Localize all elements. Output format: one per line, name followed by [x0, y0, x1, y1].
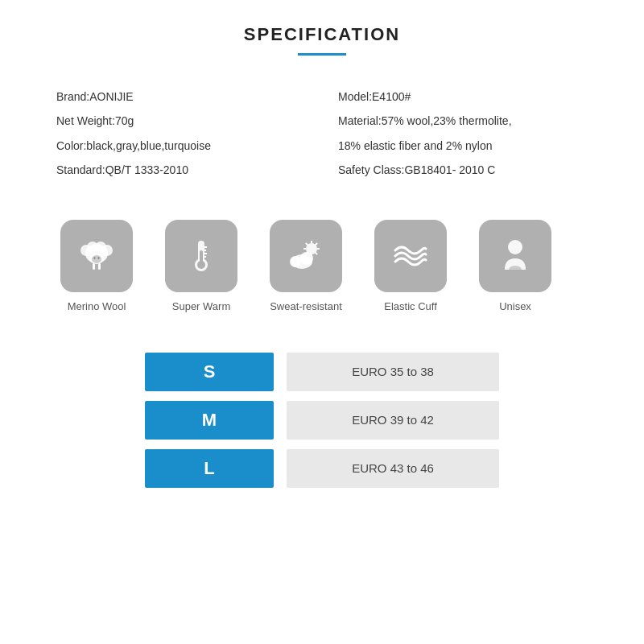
size-l-range: EURO 43 to 46 [287, 449, 499, 488]
svg-point-6 [92, 255, 101, 263]
size-m-button[interactable]: M [145, 401, 274, 440]
size-m-range: EURO 39 to 42 [287, 401, 499, 440]
feature-merino-wool-label: Merino Wool [68, 300, 126, 312]
svg-point-29 [290, 256, 301, 267]
svg-point-32 [509, 266, 522, 274]
spec-material2: 18% elastic fiber and 2% nylon [338, 137, 588, 155]
size-s-range: EURO 35 to 38 [287, 353, 499, 391]
svg-point-8 [98, 257, 100, 258]
size-row-s: S EURO 35 to 38 [145, 353, 499, 391]
feature-merino-wool: Merino Wool [56, 220, 137, 312]
feature-unisex: Unisex [475, 220, 555, 312]
feature-super-warm-label: Super Warm [172, 300, 230, 312]
spec-weight: Net Weight:70g [56, 112, 306, 130]
title-underline [298, 53, 346, 56]
svg-line-24 [306, 243, 308, 245]
feature-elastic-cuff-label: Elastic Cuff [384, 300, 437, 312]
svg-line-27 [316, 243, 317, 245]
svg-point-4 [95, 242, 106, 253]
size-l-button[interactable]: L [145, 449, 274, 488]
svg-line-25 [316, 252, 317, 254]
svg-point-30 [300, 252, 313, 265]
svg-rect-10 [98, 263, 101, 270]
sheep-icon [60, 220, 133, 292]
elastic-icon [374, 220, 447, 292]
svg-point-14 [197, 261, 205, 269]
size-row-m: M EURO 39 to 42 [145, 401, 499, 440]
size-row-l: L EURO 43 to 46 [145, 449, 499, 488]
feature-sweat-resistant: Sweat-resistant [266, 220, 346, 312]
svg-point-7 [94, 257, 96, 258]
spec-material: Material:57% wool,23% thermolite, [338, 112, 588, 130]
spec-safety: Safety Class:GB18401- 2010 C [338, 161, 588, 179]
feature-sweat-resistant-label: Sweat-resistant [270, 300, 342, 312]
page-title: SPECIFICATION [48, 24, 596, 45]
size-section: S EURO 35 to 38 M EURO 39 to 42 L EURO 4… [48, 353, 596, 488]
spec-brand: Brand:AONIJIE [56, 88, 306, 105]
spec-color: Color:black,gray,blue,turquoise [56, 137, 306, 155]
feature-super-warm: Super Warm [161, 220, 242, 312]
feature-unisex-label: Unisex [499, 300, 531, 312]
svg-rect-9 [93, 263, 95, 270]
size-s-button[interactable]: S [145, 353, 274, 391]
feature-elastic-cuff: Elastic Cuff [370, 220, 451, 312]
thermometer-icon [165, 220, 237, 292]
spec-standard: Standard:QB/T 1333-2010 [56, 161, 306, 179]
spec-model: Model:E4100# [338, 88, 588, 105]
features-row: Merino Wool Super Warm [48, 220, 596, 312]
cloud-sun-icon [270, 220, 342, 292]
specs-grid: Brand:AONIJIE Model:E4100# Net Weight:70… [48, 88, 596, 180]
person-icon [479, 220, 551, 292]
svg-point-31 [508, 240, 522, 254]
